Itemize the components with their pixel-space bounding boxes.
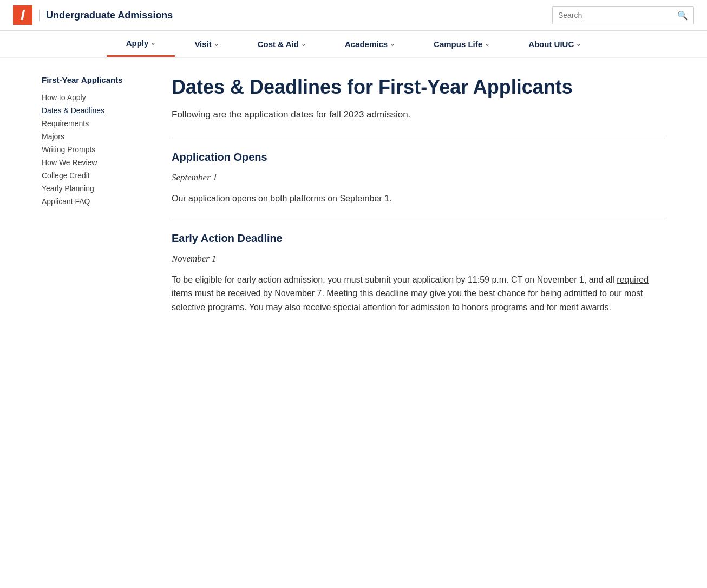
section-date-application-opens: September 1 <box>172 172 665 183</box>
section-date-early-action: November 1 <box>172 253 665 264</box>
sidebar-item-dates-deadlines[interactable]: Dates & Deadlines <box>42 104 150 117</box>
sidebar-item-requirements[interactable]: Requirements <box>42 117 150 130</box>
chevron-down-icon: ⌄ <box>301 41 306 48</box>
chevron-down-icon: ⌄ <box>576 41 581 48</box>
search-input[interactable] <box>553 8 672 23</box>
page-layout: First-Year Applicants How to Apply Dates… <box>29 58 678 336</box>
nav-label-academics: Academics <box>345 40 388 49</box>
sidebar-item-applicant-faq[interactable]: Applicant FAQ <box>42 195 150 208</box>
chevron-down-icon: ⌄ <box>390 41 395 48</box>
nav-label-visit: Visit <box>194 40 211 49</box>
section-application-opens: Application Opens September 1 Our applic… <box>172 151 665 206</box>
section-body-early-action: To be eligible for early action admissio… <box>172 273 665 315</box>
sidebar-item-yearly-planning[interactable]: Yearly Planning <box>42 182 150 195</box>
section-title-application-opens: Application Opens <box>172 151 665 164</box>
section-body-application-opens: Our application opens on both platforms … <box>172 192 665 206</box>
university-logo: I <box>13 5 32 25</box>
sidebar-item-writing-prompts[interactable]: Writing Prompts <box>42 143 150 156</box>
nav-item-about[interactable]: About UIUC ⌄ <box>509 31 600 57</box>
page-subtitle: Following are the application dates for … <box>172 109 665 120</box>
nav-label-campus-life: Campus Life <box>434 40 482 49</box>
sidebar-item-how-we-review[interactable]: How We Review <box>42 156 150 169</box>
page-title: Dates & Deadlines for First-Year Applica… <box>172 75 665 99</box>
nav-item-cost-aid[interactable]: Cost & Aid ⌄ <box>238 31 325 57</box>
nav-item-apply[interactable]: Apply ⌄ <box>107 31 175 57</box>
sidebar-item-how-to-apply[interactable]: How to Apply <box>42 91 150 104</box>
main-nav: Apply ⌄ Visit ⌄ Cost & Aid ⌄ Academics ⌄… <box>0 31 707 58</box>
search-button[interactable]: 🔍 <box>672 7 693 24</box>
nav-item-visit[interactable]: Visit ⌄ <box>175 31 238 57</box>
chevron-down-icon: ⌄ <box>150 40 155 47</box>
nav-item-academics[interactable]: Academics ⌄ <box>325 31 414 57</box>
required-items-link[interactable]: required items <box>172 275 649 298</box>
chevron-down-icon: ⌄ <box>214 41 219 48</box>
chevron-down-icon: ⌄ <box>485 41 489 48</box>
sidebar-item-majors[interactable]: Majors <box>42 130 150 143</box>
search-area: 🔍 <box>552 6 694 24</box>
main-content: Dates & Deadlines for First-Year Applica… <box>172 75 665 319</box>
nav-label-about: About UIUC <box>528 40 574 49</box>
sidebar: First-Year Applicants How to Apply Dates… <box>42 75 150 319</box>
sidebar-heading: First-Year Applicants <box>42 75 150 84</box>
sidebar-item-college-credit[interactable]: College Credit <box>42 169 150 182</box>
site-title: Undergraduate Admissions <box>39 10 173 21</box>
section-divider-1 <box>172 138 665 138</box>
search-icon: 🔍 <box>677 11 688 20</box>
section-early-action: Early Action Deadline November 1 To be e… <box>172 232 665 315</box>
nav-label-apply: Apply <box>126 38 149 48</box>
section-divider-2 <box>172 219 665 219</box>
site-header: I Undergraduate Admissions 🔍 <box>0 0 707 31</box>
nav-label-cost-aid: Cost & Aid <box>258 40 299 49</box>
nav-item-campus-life[interactable]: Campus Life ⌄ <box>414 31 509 57</box>
logo-area: I Undergraduate Admissions <box>13 5 552 25</box>
section-title-early-action: Early Action Deadline <box>172 232 665 245</box>
